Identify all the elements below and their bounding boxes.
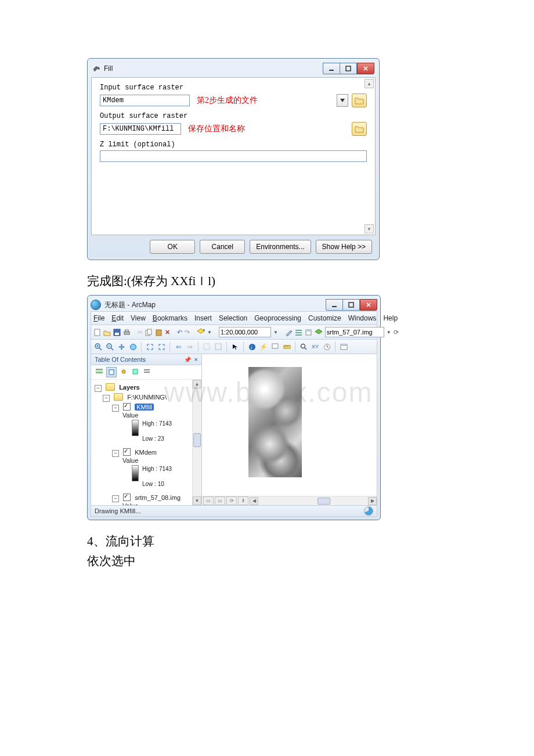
fill-titlebar[interactable]: Fill [91, 62, 376, 75]
identify-icon[interactable]: i [247, 342, 257, 351]
environments-button[interactable]: Environments... [250, 240, 311, 254]
copy-icon[interactable] [145, 327, 153, 337]
menu-edit[interactable]: Edit [111, 314, 124, 322]
cancel-button[interactable]: Cancel [200, 240, 245, 254]
pause-draw-icon[interactable]: Ⅱ [238, 496, 248, 505]
arcmap-minimize-button[interactable] [326, 299, 342, 311]
hyperlink-icon[interactable]: ⚡ [259, 342, 268, 351]
add-data-icon[interactable]: + [197, 327, 205, 337]
arcmap-close-button[interactable] [360, 299, 377, 311]
toc-icon[interactable] [295, 327, 302, 337]
minimize-button[interactable] [323, 63, 340, 74]
scale-caret-icon[interactable]: ▼ [273, 330, 278, 335]
toc-pin-icon[interactable]: 📌 [184, 357, 191, 363]
select-features-icon[interactable] [202, 342, 211, 351]
layer-caret-icon[interactable]: ▼ [387, 330, 391, 335]
editor-toolbar-icon[interactable] [285, 327, 293, 337]
minus-icon[interactable]: − [112, 450, 119, 457]
menu-selection[interactable]: Selection [219, 314, 247, 322]
input-raster-field[interactable] [100, 95, 190, 106]
list-by-source-icon[interactable] [106, 367, 117, 377]
arcmap-maximize-button[interactable] [342, 299, 360, 311]
scroll-up-icon[interactable]: ▲ [365, 79, 374, 88]
close-button[interactable] [357, 63, 374, 74]
map-hscrollbar[interactable]: ▭ ▭ ⟳ Ⅱ ◀ ▶ [202, 496, 377, 505]
scroll-thumb[interactable] [317, 498, 330, 505]
menu-bookmarks[interactable]: Bookmarks [153, 314, 187, 322]
minus-icon[interactable]: − [103, 395, 110, 402]
progress-icon [364, 506, 373, 516]
layer-refresh-icon[interactable]: ⟳ [394, 327, 399, 337]
minus-icon[interactable]: − [95, 385, 102, 392]
menu-help[interactable]: Help [383, 314, 398, 322]
full-extent-icon[interactable] [128, 342, 138, 351]
save-icon[interactable] [113, 327, 121, 337]
clear-selection-icon[interactable] [214, 342, 223, 351]
goto-xy-icon[interactable]: XY [311, 342, 320, 351]
layer-checkbox[interactable] [123, 448, 131, 456]
select-elements-icon[interactable] [230, 342, 240, 351]
undo-icon[interactable]: ↶ [177, 327, 182, 337]
input-browse-button[interactable] [352, 93, 367, 107]
prev-extent-icon[interactable]: ⇦ [174, 342, 183, 351]
menu-file[interactable]: File [93, 314, 104, 322]
layer-checkbox[interactable] [123, 403, 131, 411]
html-popup-icon[interactable] [270, 342, 280, 351]
input-dropdown-button[interactable] [337, 94, 348, 107]
measure-icon[interactable] [282, 342, 291, 351]
print-icon[interactable] [123, 327, 131, 337]
zlimit-field[interactable] [100, 150, 367, 162]
zoom-in-icon[interactable] [93, 342, 103, 351]
show-help-button[interactable]: Show Help >> [316, 240, 372, 254]
minus-icon[interactable]: − [112, 405, 119, 412]
scroll-left-icon[interactable]: ◀ [250, 497, 258, 505]
paste-icon[interactable] [155, 327, 163, 337]
zoom-out-icon[interactable] [105, 342, 114, 351]
refresh-view-icon[interactable]: ⟳ [226, 496, 237, 505]
menu-customize[interactable]: Customize [308, 314, 341, 322]
delete-icon[interactable]: ✕ [165, 327, 170, 337]
toc-close-icon[interactable]: × [194, 356, 198, 363]
open-icon[interactable] [103, 327, 111, 337]
map-view[interactable]: www.bd cx.com ▭ ▭ ⟳ Ⅱ ◀ ▶ [202, 354, 377, 505]
scroll-down-icon[interactable]: ▼ [193, 496, 201, 505]
list-by-drawing-icon[interactable] [95, 367, 104, 376]
data-view-icon[interactable]: ▭ [203, 496, 214, 505]
minus-icon[interactable]: − [112, 495, 119, 502]
list-by-selection-icon[interactable] [131, 367, 140, 376]
ok-button[interactable]: OK [150, 240, 195, 254]
layout-view-icon[interactable]: ▭ [215, 496, 225, 505]
add-data-caret-icon[interactable]: ▼ [207, 330, 212, 335]
menu-insert[interactable]: Insert [194, 314, 212, 322]
output-browse-button[interactable] [352, 122, 367, 136]
options-icon[interactable] [142, 367, 151, 376]
viewer-window-icon[interactable] [339, 342, 348, 351]
active-layer-field[interactable] [325, 327, 384, 337]
redo-icon[interactable]: ↷ [185, 327, 190, 337]
scroll-right-icon[interactable]: ▶ [368, 497, 377, 505]
find-icon[interactable] [299, 342, 308, 351]
menu-view[interactable]: View [131, 314, 146, 322]
tree-layer-kmdem[interactable]: − KMdem [92, 447, 200, 457]
menu-windows[interactable]: Windows [348, 314, 377, 322]
scale-field[interactable] [219, 327, 271, 337]
pan-icon[interactable] [117, 342, 126, 351]
fixed-zoom-in-icon[interactable] [145, 342, 154, 351]
cut-icon[interactable]: ✂ [138, 327, 143, 337]
next-extent-icon[interactable]: ⇨ [185, 342, 194, 351]
output-raster-field[interactable] [100, 123, 181, 135]
scroll-thumb[interactable] [193, 433, 201, 447]
tree-layer-srtm5708[interactable]: − srtm_57_08.img [92, 492, 200, 502]
arcmap-titlebar[interactable]: 无标题 - ArcMap [91, 298, 377, 311]
fixed-zoom-out-icon[interactable] [157, 342, 166, 351]
time-slider-icon[interactable] [322, 342, 331, 351]
toc-title-bar[interactable]: Table Of Contents 📌 × [91, 354, 201, 365]
menu-geoprocessing[interactable]: Geoprocessing [254, 314, 301, 322]
add-layer-icon[interactable] [315, 327, 323, 337]
new-icon[interactable] [93, 327, 101, 337]
catalog-icon[interactable] [305, 327, 312, 337]
maximize-button[interactable] [340, 63, 357, 74]
list-by-visibility-icon[interactable] [119, 367, 128, 376]
layer-checkbox[interactable] [123, 494, 131, 501]
scroll-down-icon[interactable]: ▼ [365, 224, 374, 233]
